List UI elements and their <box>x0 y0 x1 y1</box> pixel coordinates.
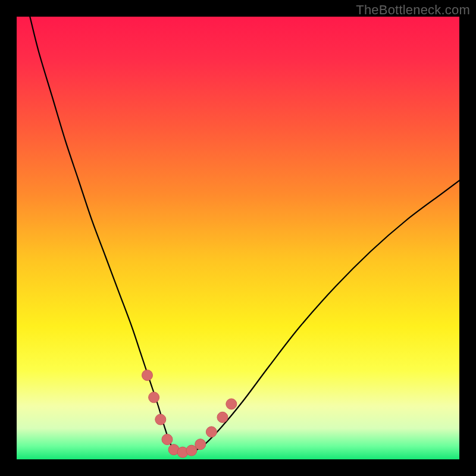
watermark-text: TheBottleneck.com <box>356 2 470 18</box>
trough-marker <box>142 370 152 381</box>
trough-marker <box>162 434 173 445</box>
trough-marker <box>186 445 197 456</box>
trough-marker <box>149 392 159 403</box>
trough-marker <box>226 399 237 409</box>
trough-marker <box>195 439 206 450</box>
trough-marker <box>217 412 228 422</box>
trough-marker <box>206 427 217 437</box>
trough-marker <box>155 414 166 425</box>
gradient-background <box>17 17 459 459</box>
chart-frame: TheBottleneck.com <box>0 0 476 476</box>
bottleneck-chart <box>17 17 459 459</box>
